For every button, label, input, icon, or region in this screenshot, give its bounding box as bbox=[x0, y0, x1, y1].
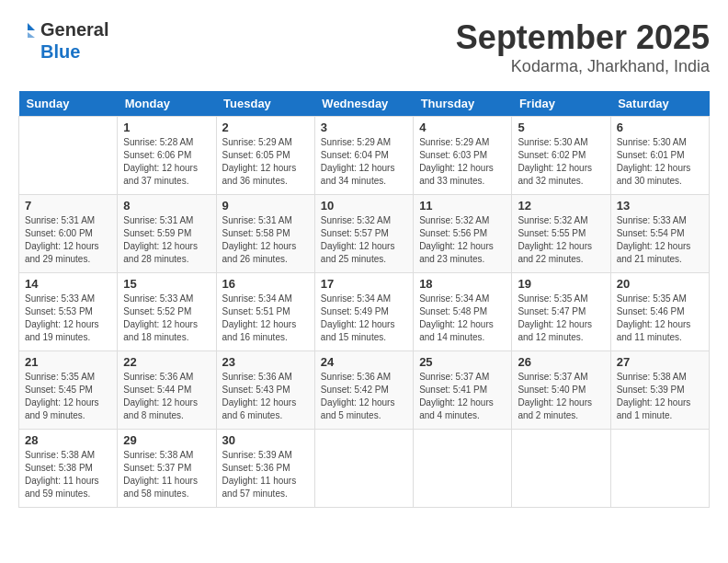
logo-general: General bbox=[40, 18, 108, 40]
day-number: 10 bbox=[321, 199, 407, 213]
day-info: Sunrise: 5:37 AM Sunset: 5:40 PM Dayligh… bbox=[518, 371, 604, 422]
calendar-cell: 28Sunrise: 5:38 AM Sunset: 5:38 PM Dayli… bbox=[19, 430, 118, 508]
day-number: 4 bbox=[419, 121, 506, 134]
weekday-row: SundayMondayTuesdayWednesdayThursdayFrid… bbox=[19, 91, 710, 117]
svg-marker-0 bbox=[28, 23, 35, 30]
calendar-body: 1Sunrise: 5:28 AM Sunset: 6:06 PM Daylig… bbox=[19, 117, 710, 508]
day-info: Sunrise: 5:38 AM Sunset: 5:37 PM Dayligh… bbox=[123, 449, 210, 500]
day-info: Sunrise: 5:33 AM Sunset: 5:54 PM Dayligh… bbox=[617, 214, 703, 266]
calendar-cell: 13Sunrise: 5:33 AM Sunset: 5:54 PM Dayli… bbox=[610, 195, 709, 273]
day-number: 27 bbox=[617, 355, 703, 369]
day-info: Sunrise: 5:37 AM Sunset: 5:41 PM Dayligh… bbox=[419, 371, 506, 422]
day-info: Sunrise: 5:35 AM Sunset: 5:47 PM Dayligh… bbox=[518, 293, 604, 344]
day-info: Sunrise: 5:29 AM Sunset: 6:04 PM Dayligh… bbox=[321, 136, 407, 188]
header: General Blue September 2025 Kodarma, Jha… bbox=[18, 18, 710, 76]
day-info: Sunrise: 5:30 AM Sunset: 6:01 PM Dayligh… bbox=[617, 136, 703, 188]
day-info: Sunrise: 5:32 AM Sunset: 5:55 PM Dayligh… bbox=[518, 214, 604, 266]
day-number: 24 bbox=[321, 355, 407, 369]
calendar-cell: 7Sunrise: 5:31 AM Sunset: 6:00 PM Daylig… bbox=[19, 195, 118, 273]
day-number: 21 bbox=[25, 355, 111, 369]
day-number: 17 bbox=[321, 277, 407, 291]
day-info: Sunrise: 5:29 AM Sunset: 6:05 PM Dayligh… bbox=[222, 136, 309, 188]
day-number: 13 bbox=[617, 199, 703, 213]
calendar-cell: 25Sunrise: 5:37 AM Sunset: 5:41 PM Dayli… bbox=[414, 351, 512, 430]
calendar-cell: 21Sunrise: 5:35 AM Sunset: 5:45 PM Dayli… bbox=[19, 351, 118, 430]
day-number: 23 bbox=[222, 355, 309, 369]
day-number: 30 bbox=[222, 433, 309, 447]
calendar-cell: 6Sunrise: 5:30 AM Sunset: 6:01 PM Daylig… bbox=[610, 117, 709, 195]
day-number: 3 bbox=[321, 121, 407, 134]
day-number: 16 bbox=[222, 277, 309, 291]
day-info: Sunrise: 5:34 AM Sunset: 5:51 PM Dayligh… bbox=[222, 293, 309, 344]
day-info: Sunrise: 5:31 AM Sunset: 5:59 PM Dayligh… bbox=[123, 214, 210, 266]
week-row-3: 14Sunrise: 5:33 AM Sunset: 5:53 PM Dayli… bbox=[19, 273, 710, 351]
calendar-cell: 27Sunrise: 5:38 AM Sunset: 5:39 PM Dayli… bbox=[610, 351, 709, 430]
day-number: 9 bbox=[222, 199, 309, 213]
calendar-cell: 8Sunrise: 5:31 AM Sunset: 5:59 PM Daylig… bbox=[118, 195, 216, 273]
day-info: Sunrise: 5:33 AM Sunset: 5:53 PM Dayligh… bbox=[25, 293, 111, 344]
day-number: 5 bbox=[518, 121, 604, 134]
calendar-cell: 19Sunrise: 5:35 AM Sunset: 5:47 PM Dayli… bbox=[512, 273, 610, 351]
logo-blue: Blue bbox=[40, 40, 108, 63]
calendar-cell: 23Sunrise: 5:36 AM Sunset: 5:43 PM Dayli… bbox=[216, 351, 314, 430]
weekday-header-thursday: Thursday bbox=[414, 91, 512, 117]
day-info: Sunrise: 5:39 AM Sunset: 5:36 PM Dayligh… bbox=[222, 449, 309, 500]
calendar-table: SundayMondayTuesdayWednesdayThursdayFrid… bbox=[18, 91, 710, 508]
calendar-cell: 11Sunrise: 5:32 AM Sunset: 5:56 PM Dayli… bbox=[414, 195, 512, 273]
day-number: 22 bbox=[123, 355, 210, 369]
day-number: 11 bbox=[419, 199, 506, 213]
day-info: Sunrise: 5:36 AM Sunset: 5:43 PM Dayligh… bbox=[222, 371, 309, 422]
day-info: Sunrise: 5:36 AM Sunset: 5:44 PM Dayligh… bbox=[123, 371, 210, 422]
logo: General Blue bbox=[18, 18, 108, 63]
week-row-5: 28Sunrise: 5:38 AM Sunset: 5:38 PM Dayli… bbox=[19, 430, 710, 508]
day-info: Sunrise: 5:29 AM Sunset: 6:03 PM Dayligh… bbox=[419, 136, 506, 188]
week-row-1: 1Sunrise: 5:28 AM Sunset: 6:06 PM Daylig… bbox=[19, 117, 710, 195]
weekday-header-saturday: Saturday bbox=[610, 91, 709, 117]
calendar-cell: 16Sunrise: 5:34 AM Sunset: 5:51 PM Dayli… bbox=[216, 273, 314, 351]
calendar-header: SundayMondayTuesdayWednesdayThursdayFrid… bbox=[19, 91, 710, 117]
day-number: 19 bbox=[518, 277, 604, 291]
day-info: Sunrise: 5:32 AM Sunset: 5:56 PM Dayligh… bbox=[419, 214, 506, 266]
weekday-header-wednesday: Wednesday bbox=[314, 91, 413, 117]
weekday-header-friday: Friday bbox=[512, 91, 610, 117]
weekday-header-tuesday: Tuesday bbox=[216, 91, 314, 117]
calendar-cell: 2Sunrise: 5:29 AM Sunset: 6:05 PM Daylig… bbox=[216, 117, 314, 195]
title-block: September 2025 Kodarma, Jharkhand, India bbox=[456, 18, 710, 76]
day-number: 12 bbox=[518, 199, 604, 213]
calendar-cell bbox=[314, 430, 413, 508]
calendar-cell bbox=[19, 117, 118, 195]
calendar-cell: 24Sunrise: 5:36 AM Sunset: 5:42 PM Dayli… bbox=[314, 351, 413, 430]
calendar-cell: 30Sunrise: 5:39 AM Sunset: 5:36 PM Dayli… bbox=[216, 430, 314, 508]
day-number: 20 bbox=[617, 277, 703, 291]
day-info: Sunrise: 5:33 AM Sunset: 5:52 PM Dayligh… bbox=[123, 293, 210, 344]
week-row-2: 7Sunrise: 5:31 AM Sunset: 6:00 PM Daylig… bbox=[19, 195, 710, 273]
calendar-cell: 17Sunrise: 5:34 AM Sunset: 5:49 PM Dayli… bbox=[314, 273, 413, 351]
logo-graphic bbox=[18, 21, 37, 60]
day-info: Sunrise: 5:31 AM Sunset: 6:00 PM Dayligh… bbox=[25, 214, 111, 266]
calendar-cell: 5Sunrise: 5:30 AM Sunset: 6:02 PM Daylig… bbox=[512, 117, 610, 195]
day-info: Sunrise: 5:30 AM Sunset: 6:02 PM Dayligh… bbox=[518, 136, 604, 188]
weekday-header-monday: Monday bbox=[118, 91, 216, 117]
calendar-cell: 26Sunrise: 5:37 AM Sunset: 5:40 PM Dayli… bbox=[512, 351, 610, 430]
day-info: Sunrise: 5:35 AM Sunset: 5:46 PM Dayligh… bbox=[617, 293, 703, 344]
day-info: Sunrise: 5:31 AM Sunset: 5:58 PM Dayligh… bbox=[222, 214, 309, 266]
calendar-cell: 10Sunrise: 5:32 AM Sunset: 5:57 PM Dayli… bbox=[314, 195, 413, 273]
day-number: 7 bbox=[25, 199, 111, 213]
calendar-cell: 4Sunrise: 5:29 AM Sunset: 6:03 PM Daylig… bbox=[414, 117, 512, 195]
calendar-cell: 29Sunrise: 5:38 AM Sunset: 5:37 PM Dayli… bbox=[118, 430, 216, 508]
day-number: 6 bbox=[617, 121, 703, 134]
day-number: 29 bbox=[123, 433, 210, 447]
calendar-cell: 14Sunrise: 5:33 AM Sunset: 5:53 PM Dayli… bbox=[19, 273, 118, 351]
location-title: Kodarma, Jharkhand, India bbox=[456, 57, 710, 76]
weekday-header-sunday: Sunday bbox=[19, 91, 118, 117]
day-number: 15 bbox=[123, 277, 210, 291]
day-number: 18 bbox=[419, 277, 506, 291]
calendar-cell: 3Sunrise: 5:29 AM Sunset: 6:04 PM Daylig… bbox=[314, 117, 413, 195]
day-info: Sunrise: 5:34 AM Sunset: 5:48 PM Dayligh… bbox=[419, 293, 506, 344]
svg-marker-1 bbox=[28, 32, 35, 38]
day-info: Sunrise: 5:38 AM Sunset: 5:39 PM Dayligh… bbox=[617, 371, 703, 422]
calendar-cell: 15Sunrise: 5:33 AM Sunset: 5:52 PM Dayli… bbox=[118, 273, 216, 351]
day-number: 28 bbox=[25, 433, 111, 447]
day-number: 14 bbox=[25, 277, 111, 291]
day-info: Sunrise: 5:38 AM Sunset: 5:38 PM Dayligh… bbox=[25, 449, 111, 500]
